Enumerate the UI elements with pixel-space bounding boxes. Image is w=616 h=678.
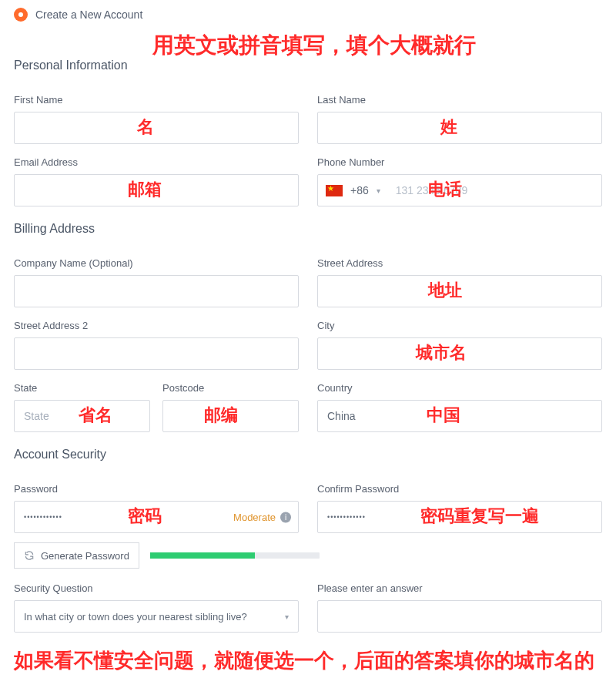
dial-code: +86 [350, 184, 369, 196]
last-name-label: Last Name [317, 94, 602, 106]
password-strength-text: Moderate [233, 512, 276, 523]
last-name-input[interactable] [317, 112, 602, 144]
security-answer-label: Please enter an answer [317, 582, 602, 594]
security-question-select[interactable]: In what city or town does your nearest s… [14, 600, 299, 633]
city-label: City [317, 320, 602, 331]
country-value: China [327, 410, 356, 422]
country-label: Country [317, 382, 602, 394]
phone-country-select[interactable]: +86 ▾ 131 2345 6789 [317, 174, 602, 206]
chevron-down-icon: ▾ [285, 613, 289, 621]
confirm-password-input[interactable] [317, 501, 602, 533]
password-strength: Moderate i [233, 512, 291, 523]
email-input[interactable] [14, 174, 299, 206]
company-input[interactable] [14, 275, 299, 307]
generate-password-label: Generate Password [41, 550, 129, 562]
email-label: Email Address [14, 156, 299, 168]
street2-label: Street Address 2 [14, 320, 299, 331]
postcode-input[interactable] [162, 400, 299, 432]
country-select[interactable]: China [317, 400, 602, 432]
flag-icon [326, 185, 343, 196]
annotation-top-instruction: 用英文或拼音填写，填个大概就行 [152, 31, 476, 60]
phone-label: Phone Number [317, 156, 602, 168]
password-strength-bar [150, 552, 320, 559]
refresh-icon [24, 550, 35, 561]
first-name-input[interactable] [14, 112, 299, 144]
street1-input[interactable] [317, 275, 602, 307]
password-label: Password [14, 483, 299, 495]
password-strength-fill [150, 552, 255, 559]
street1-label: Street Address [317, 257, 602, 269]
postcode-label: Postcode [162, 382, 299, 394]
street2-input[interactable] [14, 337, 299, 370]
confirm-password-label: Confirm Password [317, 483, 602, 495]
page-header: Create a New Account [14, 8, 602, 22]
section-account-security: Account Security [14, 448, 602, 462]
info-icon: i [280, 512, 291, 522]
security-question-value: In what city or town does your nearest s… [24, 611, 247, 623]
phone-number-value: 131 2345 6789 [396, 184, 467, 196]
section-billing-address: Billing Address [14, 222, 602, 236]
state-label: State [14, 382, 150, 394]
bullet-icon [14, 8, 28, 22]
company-label: Company Name (Optional) [14, 257, 299, 269]
annotation-footer: 如果看不懂安全问题，就随便选一个，后面的答案填你的城市名的拼音。 [14, 645, 602, 678]
security-question-label: Security Question [14, 582, 299, 594]
city-input[interactable] [317, 337, 602, 370]
section-personal-info: Personal Information [14, 59, 602, 72]
state-input[interactable] [14, 400, 150, 432]
chevron-down-icon: ▾ [377, 186, 380, 195]
security-answer-input[interactable] [317, 600, 602, 633]
first-name-label: First Name [14, 94, 299, 106]
page-title: Create a New Account [35, 8, 142, 21]
generate-password-button[interactable]: Generate Password [14, 542, 139, 569]
